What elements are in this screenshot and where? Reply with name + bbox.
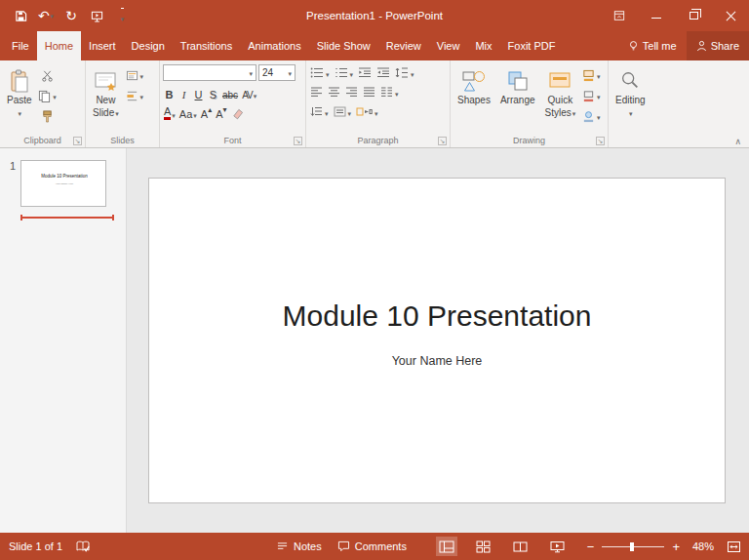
layout-button[interactable]	[125, 66, 144, 84]
align-text-icon	[334, 106, 346, 117]
line-spacing-button[interactable]	[394, 64, 415, 81]
zoom-slider-thumb[interactable]	[630, 542, 634, 551]
shapes-icon	[461, 67, 487, 95]
tab-review[interactable]: Review	[378, 31, 429, 60]
clipboard-dialog-launcher[interactable]	[73, 137, 82, 145]
save-button[interactable]	[10, 4, 31, 27]
new-slide-button[interactable]: New Slide	[89, 63, 123, 132]
paste-button[interactable]: Paste	[3, 63, 36, 132]
tab-slide-show[interactable]: Slide Show	[309, 31, 378, 60]
close-button[interactable]	[712, 0, 749, 31]
notes-button[interactable]: Notes	[276, 540, 322, 552]
close-icon	[726, 11, 736, 21]
tab-foxit-pdf[interactable]: Foxit PDF	[500, 31, 564, 60]
comments-icon	[337, 540, 350, 552]
tab-animations[interactable]: Animations	[240, 31, 308, 60]
increase-font-size-button[interactable]: A▴	[200, 103, 213, 120]
dropdown-caret	[374, 106, 378, 118]
slide-sorter-view-button[interactable]	[473, 537, 494, 556]
paste-label: Paste	[7, 95, 32, 107]
decrease-font-size-button[interactable]: A▾	[215, 103, 227, 120]
spell-check-button[interactable]	[76, 540, 91, 553]
font-name-select[interactable]	[163, 64, 256, 81]
text-shadow-button[interactable]: S	[207, 84, 219, 100]
spell-check-icon	[76, 540, 91, 553]
tab-insert[interactable]: Insert	[81, 31, 124, 60]
editing-button[interactable]: Editing	[611, 63, 650, 132]
copy-button[interactable]	[38, 87, 58, 104]
quick-styles-button[interactable]: Quick Styles	[541, 63, 580, 132]
shape-effects-button[interactable]	[581, 107, 601, 125]
bullets-button[interactable]	[309, 64, 331, 81]
down-caret-icon: ▾	[223, 105, 227, 114]
dropdown-caret	[140, 69, 144, 81]
redo-button[interactable]: ↻	[60, 4, 82, 27]
share-button[interactable]: Share	[687, 31, 749, 60]
underline-button[interactable]: U	[192, 84, 205, 100]
font-dialog-launcher[interactable]	[294, 137, 302, 145]
font-color-button[interactable]: A	[163, 103, 177, 120]
customize-qat-button[interactable]	[111, 4, 133, 27]
zoom-in-button[interactable]: +	[672, 540, 680, 554]
zoom-out-button[interactable]: −	[587, 540, 595, 554]
minimize-button[interactable]	[638, 0, 675, 31]
normal-view-button[interactable]	[436, 537, 457, 556]
fit-slide-to-window-button[interactable]	[727, 540, 741, 553]
clear-formatting-button[interactable]	[230, 103, 245, 120]
paragraph-dialog-launcher[interactable]	[438, 137, 447, 145]
align-left-button[interactable]	[309, 84, 324, 100]
align-right-button[interactable]	[344, 84, 359, 100]
align-text-button[interactable]	[333, 103, 353, 120]
copy-icon	[38, 90, 51, 102]
slide-title-textbox[interactable]: Module 10 Presentation	[169, 300, 705, 333]
ribbon-display-options-button[interactable]	[601, 0, 638, 31]
reading-view-button[interactable]	[510, 537, 532, 556]
paragraph-group: Paragraph	[306, 60, 451, 147]
slide-subtitle-textbox[interactable]: Your Name Here	[169, 354, 705, 368]
tab-home[interactable]: Home	[37, 31, 81, 60]
tab-mix[interactable]: Mix	[467, 31, 499, 60]
convert-to-smartart-button[interactable]	[355, 103, 379, 120]
slide-thumbnail[interactable]: Module 10 Presentation Your Name Here	[20, 160, 106, 207]
tab-design[interactable]: Design	[124, 31, 173, 60]
tab-transitions[interactable]: Transitions	[173, 31, 240, 60]
justify-button[interactable]	[362, 84, 376, 100]
zoom-slider[interactable]	[602, 546, 664, 547]
text-direction-button[interactable]	[309, 103, 330, 120]
shape-fill-icon	[582, 69, 595, 82]
change-case-button[interactable]: Aa	[178, 103, 198, 120]
slide-canvas[interactable]: Module 10 Presentation Your Name Here	[148, 178, 726, 503]
start-from-beginning-button[interactable]	[86, 4, 107, 27]
columns-button[interactable]	[379, 84, 400, 100]
editing-group: Editing	[609, 60, 659, 147]
format-painter-button[interactable]	[38, 107, 58, 125]
zoom-percentage[interactable]: 48%	[692, 540, 714, 552]
decrease-indent-button[interactable]	[357, 64, 373, 81]
status-bar: Slide 1 of 1 Notes Comments	[0, 533, 749, 560]
font-size-value: 24	[262, 67, 273, 78]
section-button[interactable]	[125, 87, 144, 104]
increase-indent-button[interactable]	[375, 64, 391, 81]
character-spacing-button[interactable]: AV	[241, 84, 256, 100]
shapes-button[interactable]: Shapes	[453, 63, 494, 132]
tab-file[interactable]: File	[4, 31, 37, 60]
comments-button[interactable]: Comments	[337, 540, 407, 552]
collapse-ribbon-button[interactable]	[734, 137, 741, 146]
dropdown-caret	[348, 106, 352, 118]
shape-fill-button[interactable]	[581, 66, 601, 84]
slide-show-button[interactable]	[547, 537, 569, 556]
strikethrough-button[interactable]: abc	[221, 84, 239, 100]
restore-button[interactable]	[675, 0, 712, 31]
arrange-button[interactable]: Arrange	[496, 63, 539, 132]
align-center-button[interactable]	[327, 84, 341, 100]
undo-button[interactable]: ↶	[35, 4, 57, 27]
drawing-dialog-launcher[interactable]	[596, 137, 605, 145]
font-size-select[interactable]: 24	[258, 64, 296, 81]
italic-button[interactable]: I	[177, 84, 190, 100]
tell-me-button[interactable]: Tell me	[618, 31, 687, 60]
shape-outline-button[interactable]	[581, 87, 601, 104]
tab-view[interactable]: View	[429, 31, 468, 60]
bold-button[interactable]: B	[163, 84, 176, 100]
numbering-button[interactable]	[334, 64, 355, 81]
cut-button[interactable]	[38, 66, 58, 84]
